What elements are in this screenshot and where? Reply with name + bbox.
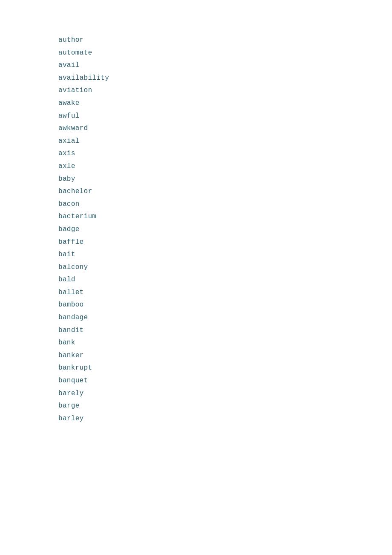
list-item: bankrupt: [58, 362, 392, 375]
list-item: awful: [58, 110, 392, 123]
list-item: barley: [58, 413, 392, 425]
list-item: banquet: [58, 375, 392, 387]
list-item: axle: [58, 160, 392, 173]
list-item: baby: [58, 173, 392, 186]
list-item: barge: [58, 400, 392, 413]
list-item: bamboo: [58, 299, 392, 312]
list-item: bandit: [58, 324, 392, 337]
list-item: barely: [58, 387, 392, 400]
list-item: bank: [58, 337, 392, 350]
list-item: availability: [58, 72, 392, 85]
list-item: baffle: [58, 236, 392, 249]
list-item: automate: [58, 47, 392, 60]
list-item: awake: [58, 97, 392, 110]
list-item: banker: [58, 350, 392, 362]
list-item: author: [58, 34, 392, 47]
list-item: badge: [58, 223, 392, 236]
list-item: bacon: [58, 198, 392, 211]
list-item: balcony: [58, 261, 392, 274]
word-list: authorautomateavailavailabilityaviationa…: [0, 0, 392, 459]
list-item: ballet: [58, 286, 392, 299]
list-item: bandage: [58, 312, 392, 324]
list-item: avail: [58, 59, 392, 72]
list-item: bald: [58, 274, 392, 286]
list-item: aviation: [58, 84, 392, 97]
list-item: bait: [58, 249, 392, 261]
list-item: axis: [58, 147, 392, 160]
list-item: bacterium: [58, 211, 392, 223]
list-item: bachelor: [58, 185, 392, 198]
list-item: axial: [58, 135, 392, 148]
list-item: awkward: [58, 122, 392, 135]
